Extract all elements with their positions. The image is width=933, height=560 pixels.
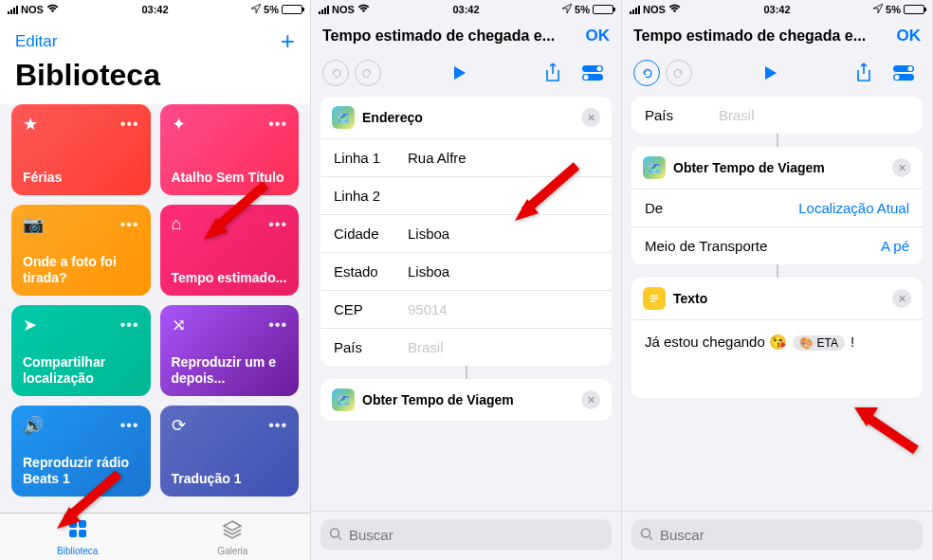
card-foto[interactable]: 📷••• Onde a foto foi tirada? <box>11 205 151 296</box>
wifi-icon <box>46 4 59 15</box>
shuffle-icon: ⤨ <box>172 315 186 335</box>
redo-button[interactable] <box>666 60 692 86</box>
more-icon[interactable]: ••• <box>120 216 139 233</box>
connector <box>777 134 778 147</box>
search-icon <box>329 527 342 543</box>
maps-icon: 🗺️ <box>332 106 355 129</box>
location-icon <box>562 4 572 15</box>
row-de[interactable]: De Localização Atual <box>631 190 923 227</box>
svg-line-18 <box>649 536 652 539</box>
row-pais[interactable]: País Brasil <box>631 97 923 134</box>
stack-icon <box>222 518 243 545</box>
card-label: Compartilhar localização <box>23 354 139 387</box>
status-bar: NOS 03:42 5% <box>622 0 932 19</box>
card-label: Tempo estimado... <box>172 270 288 286</box>
camera-icon: 📷 <box>23 214 44 235</box>
card-traducao[interactable]: ⟳••• Tradução 1 <box>160 406 300 497</box>
undo-button[interactable] <box>322 60 349 86</box>
row-cidade[interactable]: Cidade Lisboa <box>320 215 612 253</box>
screen-library: NOS 03:42 5% Editar + Biblioteca ★••• Fé… <box>0 0 311 560</box>
maps-icon: 🗺️ <box>332 388 355 411</box>
more-icon[interactable]: ••• <box>120 417 139 434</box>
play-button[interactable] <box>753 59 787 87</box>
row-estado[interactable]: Estado Lisboa <box>320 253 612 291</box>
close-icon[interactable]: ✕ <box>581 390 600 409</box>
card-reproduzir-depois[interactable]: ⤨••• Reproduzir um e depois... <box>160 305 300 396</box>
more-icon[interactable]: ••• <box>268 316 287 334</box>
workflow-content: 🗺️ Endereço ✕ Linha 1 Rua Alfre Linha 2 … <box>311 97 621 421</box>
share-button[interactable] <box>536 59 570 87</box>
more-icon[interactable]: ••• <box>120 316 139 334</box>
library-header: Editar + <box>0 19 310 58</box>
card-atalho[interactable]: ✦••• Atalho Sem Título <box>160 104 300 195</box>
block-address-tail: País Brasil <box>631 97 923 134</box>
row-meio[interactable]: Meio de Transporte A pé <box>631 227 923 264</box>
block-address: 🗺️ Endereço ✕ Linha 1 Rua Alfre Linha 2 … <box>320 97 612 366</box>
card-label: Férias <box>23 170 139 186</box>
card-tempo[interactable]: ⌂••• Tempo estimado... <box>160 205 300 296</box>
location-icon <box>873 4 883 15</box>
eta-variable-pill[interactable]: 🎨 ETA <box>793 335 845 351</box>
search-bar <box>311 511 621 560</box>
more-icon[interactable]: ••• <box>268 116 287 133</box>
settings-button[interactable] <box>576 59 610 87</box>
maps-icon: 🗺️ <box>643 156 666 179</box>
ok-button[interactable]: OK <box>897 27 922 45</box>
block-title: Endereço <box>362 110 574 125</box>
nav-bar: Tempo estimado de chegada e... OK <box>622 19 932 53</box>
card-localizacao[interactable]: ➤••• Compartilhar localização <box>11 305 151 396</box>
status-bar: NOS 03:42 5% <box>311 0 621 19</box>
more-icon[interactable]: ••• <box>268 216 287 233</box>
tab-label: Biblioteca <box>57 546 98 556</box>
wifi-icon <box>357 4 370 15</box>
tab-label: Galeria <box>217 546 247 556</box>
text-content: Já estou chegando 😘 <box>645 334 791 350</box>
card-ferias[interactable]: ★••• Férias <box>11 104 151 195</box>
close-icon[interactable]: ✕ <box>892 158 911 177</box>
block-text: Texto ✕ Já estou chegando 😘 🎨 ETA ! <box>631 278 923 398</box>
location-icon <box>251 4 261 15</box>
text-field[interactable]: Já estou chegando 😘 🎨 ETA ! <box>631 320 923 398</box>
tab-biblioteca[interactable]: Biblioteca <box>0 514 156 560</box>
search-input[interactable] <box>320 519 612 551</box>
settings-button[interactable] <box>887 59 921 87</box>
card-label: Tradução 1 <box>172 471 288 487</box>
close-icon[interactable]: ✕ <box>892 289 911 308</box>
toolbar <box>311 53 621 97</box>
more-icon[interactable]: ••• <box>268 417 287 434</box>
card-beats[interactable]: 🔊••• Reproduzir rádio Beats 1 <box>11 406 151 497</box>
card-label: Onde a foto foi tirada? <box>23 254 139 286</box>
more-icon[interactable]: ••• <box>120 116 139 133</box>
share-button[interactable] <box>847 59 881 87</box>
shortcuts-grid: ★••• Férias ✦••• Atalho Sem Título 📷••• … <box>0 104 310 497</box>
svg-point-8 <box>331 529 339 537</box>
close-icon[interactable]: ✕ <box>581 108 600 127</box>
redo-button[interactable] <box>355 60 381 86</box>
svg-rect-0 <box>69 520 77 528</box>
ok-button[interactable]: OK <box>586 27 611 45</box>
battery-pct: 5% <box>264 4 279 15</box>
speaker-icon: 🔊 <box>23 415 44 436</box>
row-cep[interactable]: CEP 95014 <box>320 291 612 329</box>
tab-galeria[interactable]: Galeria <box>156 514 311 560</box>
card-label: Atalho Sem Título <box>172 170 288 186</box>
play-button[interactable] <box>442 59 476 87</box>
row-pais[interactable]: País Brasil <box>320 329 612 366</box>
wifi-icon <box>668 4 681 15</box>
card-label: Reproduzir um e depois... <box>172 354 288 387</box>
text-suffix: ! <box>847 334 854 350</box>
signal-icon <box>319 6 329 14</box>
battery-icon <box>593 5 613 14</box>
svg-point-13 <box>895 75 900 80</box>
undo-button[interactable] <box>633 60 660 86</box>
search-input[interactable] <box>631 519 923 551</box>
svg-point-5 <box>597 66 602 71</box>
edit-button[interactable]: Editar <box>15 32 57 51</box>
row-linha2[interactable]: Linha 2 <box>320 177 612 215</box>
signal-icon <box>630 6 640 14</box>
toolbar <box>622 53 932 97</box>
row-linha1[interactable]: Linha 1 Rua Alfre <box>320 139 612 177</box>
text-icon <box>643 287 666 310</box>
block-travel-time: 🗺️ Obter Tempo de Viagem ✕ <box>320 379 612 421</box>
add-button[interactable]: + <box>281 27 295 56</box>
